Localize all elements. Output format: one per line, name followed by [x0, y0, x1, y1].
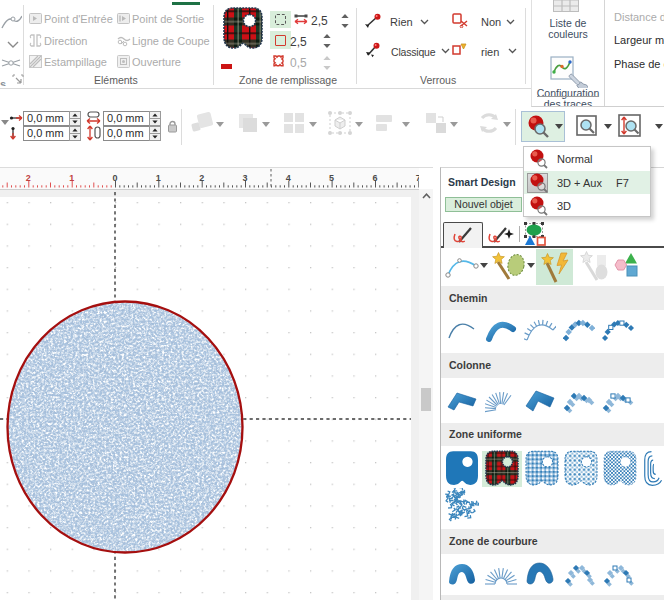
svg-text:2: 2	[26, 173, 31, 183]
svg-text:6: 6	[372, 173, 377, 183]
svg-text:7: 7	[416, 173, 419, 183]
svg-text:1: 1	[156, 173, 161, 183]
svg-text:5: 5	[329, 173, 334, 183]
svg-text:3: 3	[242, 173, 247, 183]
svg-text:4: 4	[286, 173, 291, 183]
svg-text:s: s	[0, 78, 6, 86]
svg-text:1: 1	[69, 173, 74, 183]
svg-text:2: 2	[199, 173, 204, 183]
svg-text:0: 0	[112, 173, 117, 183]
